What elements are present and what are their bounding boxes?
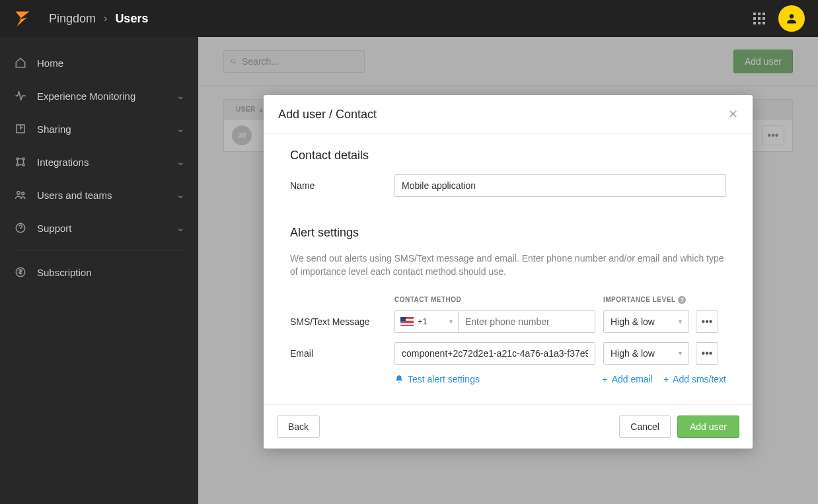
chevron-down-icon: ⌄ <box>176 156 185 168</box>
phone-input[interactable] <box>458 310 595 333</box>
back-button[interactable]: Back <box>277 415 320 438</box>
breadcrumb: Pingdom › Users <box>49 12 148 26</box>
close-icon[interactable]: ✕ <box>728 107 738 122</box>
sms-label: SMS/Text Message <box>290 316 394 327</box>
user-avatar-button[interactable] <box>778 5 805 32</box>
info-icon[interactable]: ? <box>678 296 686 304</box>
plus-icon: + <box>602 374 607 384</box>
svg-point-1 <box>17 158 19 160</box>
email-label: Email <box>290 348 394 359</box>
main: Add user USER ▲ JR ••• Add user / Contac… <box>198 37 818 504</box>
sidebar-item-integrations[interactable]: Integrations ⌄ <box>0 145 198 178</box>
integrations-icon <box>13 156 28 168</box>
sidebar-item-home[interactable]: Home <box>0 46 198 79</box>
svg-point-3 <box>17 164 19 166</box>
country-code-select[interactable]: +1 ▾ <box>394 310 458 333</box>
svg-point-5 <box>17 192 20 195</box>
chevron-down-icon: ⌄ <box>176 90 185 102</box>
email-importance-select[interactable]: High & low ▾ <box>603 342 689 365</box>
add-sms-link[interactable]: + Add sms/text <box>663 374 726 384</box>
breadcrumb-current: Users <box>115 12 148 26</box>
sidebar-item-support[interactable]: Support ⌄ <box>0 211 198 244</box>
sidebar-item-label: Subscription <box>37 267 92 278</box>
sidebar-item-label: Sharing <box>37 124 71 135</box>
users-icon <box>13 189 28 201</box>
name-input[interactable] <box>394 174 726 197</box>
apps-grid-icon[interactable] <box>753 13 765 24</box>
sidebar: Home Experience Monitoring ⌄ Sharing ⌄ I… <box>0 37 198 504</box>
alert-settings-description: We send out alerts using SMS/Text messag… <box>290 252 726 279</box>
add-email-link[interactable]: + Add email <box>602 374 652 384</box>
sidebar-item-subscription[interactable]: Subscription <box>0 256 198 289</box>
breadcrumb-product[interactable]: Pingdom <box>49 12 96 26</box>
col-contact-method: CONTACT METHOD <box>394 296 603 304</box>
add-user-modal: Add user / Contact ✕ Contact details Nam… <box>264 95 753 449</box>
chevron-down-icon: ▾ <box>679 318 682 325</box>
sms-row: SMS/Text Message +1 ▾ High & low <box>290 310 726 333</box>
svg-point-6 <box>22 192 24 195</box>
modal-header: Add user / Contact ✕ <box>264 95 753 134</box>
brand-logo-icon <box>13 9 32 28</box>
sms-more-button[interactable]: ••• <box>696 310 718 333</box>
country-code-value: +1 <box>418 316 428 326</box>
sidebar-item-label: Integrations <box>37 157 89 168</box>
flag-us-icon <box>400 317 414 326</box>
pulse-icon <box>13 90 28 102</box>
sidebar-item-label: Experience Monitoring <box>37 90 135 102</box>
sidebar-divider <box>13 250 185 250</box>
share-icon <box>13 123 28 135</box>
plus-icon: + <box>663 374 669 384</box>
modal-overlay: Add user / Contact ✕ Contact details Nam… <box>198 37 818 504</box>
svg-point-4 <box>22 164 24 166</box>
ellipsis-icon: ••• <box>702 316 713 328</box>
topbar: Pingdom › Users <box>0 0 818 37</box>
modal-title: Add user / Contact <box>278 108 377 122</box>
sms-importance-select[interactable]: High & low ▾ <box>603 310 689 333</box>
person-icon <box>785 12 798 25</box>
modal-footer: Back Cancel Add user <box>264 404 753 449</box>
email-more-button[interactable]: ••• <box>696 342 718 365</box>
chevron-down-icon: ⌄ <box>176 222 185 234</box>
chevron-down-icon: ⌄ <box>176 123 185 135</box>
section-contact-details: Contact details <box>290 149 726 162</box>
sidebar-item-label: Support <box>37 223 72 234</box>
sidebar-item-sharing[interactable]: Sharing ⌄ <box>0 112 198 145</box>
svg-point-2 <box>22 158 24 160</box>
sidebar-item-users-teams[interactable]: Users and teams ⌄ <box>0 178 198 211</box>
sidebar-item-label: Users and teams <box>37 190 112 201</box>
dollar-icon <box>13 266 28 278</box>
bell-icon <box>394 375 404 384</box>
col-importance-level: IMPORTANCE LEVEL ? <box>603 296 696 304</box>
test-alert-link[interactable]: Test alert settings <box>394 374 480 384</box>
sidebar-item-label: Home <box>37 57 63 69</box>
cancel-button[interactable]: Cancel <box>619 415 671 438</box>
submit-add-user-button[interactable]: Add user <box>677 415 739 438</box>
chevron-down-icon: ▾ <box>449 318 453 325</box>
chevron-down-icon: ▾ <box>679 349 682 357</box>
chevron-right-icon: › <box>104 13 107 24</box>
name-label: Name <box>290 180 394 191</box>
help-icon <box>13 222 28 234</box>
sidebar-item-experience-monitoring[interactable]: Experience Monitoring ⌄ <box>0 79 198 112</box>
ellipsis-icon: ••• <box>702 347 713 359</box>
email-row: Email High & low ▾ ••• <box>290 342 726 365</box>
email-input[interactable] <box>394 342 595 365</box>
chevron-down-icon: ⌄ <box>176 189 185 201</box>
section-alert-settings: Alert settings <box>290 226 726 240</box>
home-icon <box>13 57 28 69</box>
